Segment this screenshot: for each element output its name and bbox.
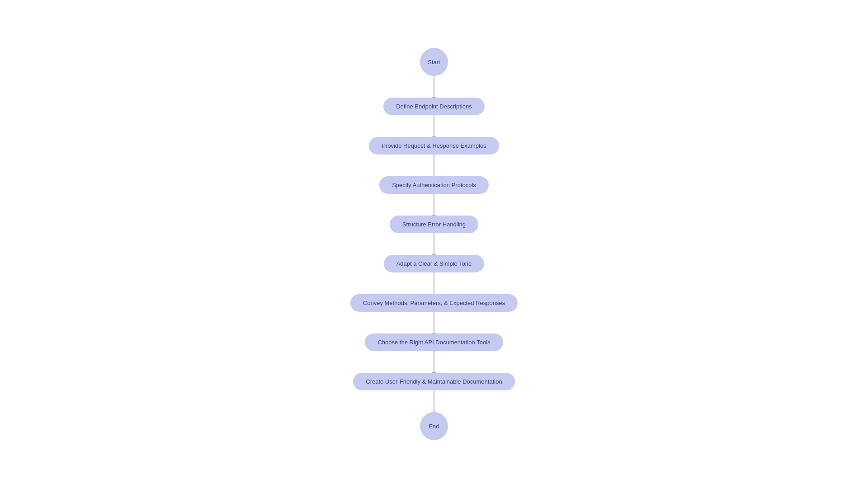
start-node: Start xyxy=(420,48,448,76)
connector-6 xyxy=(434,272,434,294)
connector-8 xyxy=(434,351,434,373)
provide-request-node: Provide Request & Response Examples xyxy=(369,137,499,155)
connector-3 xyxy=(434,155,434,176)
connector-4 xyxy=(434,194,434,216)
adapt-tone-node: Adapt a Clear & Simple Tone xyxy=(384,255,485,272)
connector-2 xyxy=(434,115,434,137)
convey-methods-node: Convey Methods, Parameters, & Expected R… xyxy=(350,294,518,312)
connector-1 xyxy=(434,76,434,98)
connector-9 xyxy=(434,390,434,412)
structure-error-node: Structure Error Handling xyxy=(390,216,478,233)
define-endpoint-node: Define Endpoint Descriptions xyxy=(383,98,485,115)
connector-5 xyxy=(434,233,434,255)
choose-tools-node: Choose the Right API Documentation Tools xyxy=(365,333,503,351)
create-docs-node: Create User-Friendly & Maintainable Docu… xyxy=(353,373,514,390)
connector-7 xyxy=(434,312,434,333)
end-node: End xyxy=(420,412,448,440)
flowchart: Start Define Endpoint Descriptions Provi… xyxy=(350,48,518,440)
specify-auth-node: Specify Authentication Protocols xyxy=(379,176,489,194)
